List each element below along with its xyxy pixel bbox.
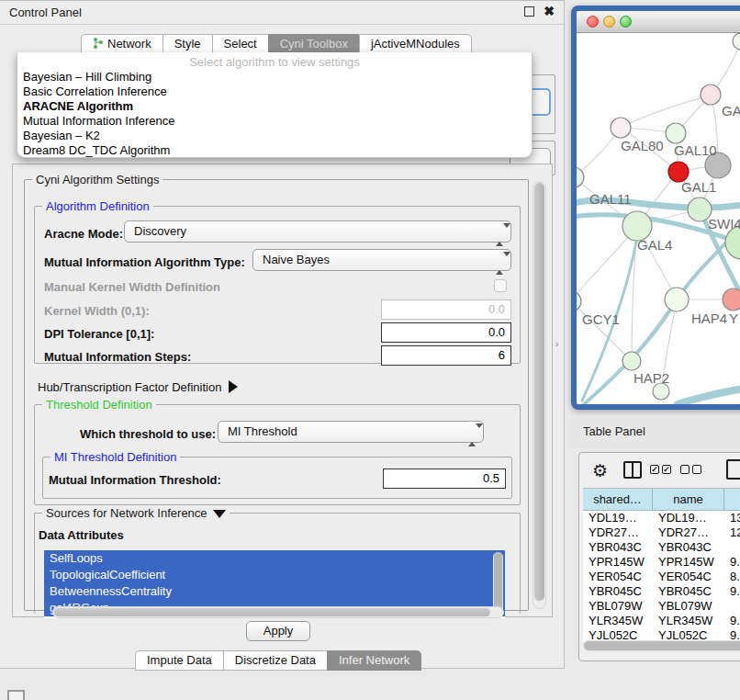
table-row[interactable]: YBL079WYBL079W	[583, 599, 740, 614]
sources-group: Sources for Network Inference Data Attri…	[34, 513, 521, 614]
algorithm-option[interactable]: Mutual Information Inference	[21, 114, 528, 129]
close-icon[interactable]: ✖	[544, 4, 555, 18]
node-table: shared… name A YDL19…YDL19…13 YDR27…YDR2…	[583, 488, 740, 642]
tab-jactivemnodules[interactable]: jActiveMNodules	[359, 34, 472, 54]
select-all-checkboxes-icon[interactable]: ✓✓	[650, 465, 671, 474]
network-window-titlebar	[577, 11, 740, 33]
node-label-gal4: GAL4	[637, 237, 672, 253]
data-attributes-label: Data Attributes	[39, 528, 124, 542]
float-window-icon[interactable]	[524, 6, 534, 17]
table-row[interactable]: YDR27…YDR27…12	[583, 525, 740, 540]
table-panel-title: Table Panel	[583, 424, 645, 438]
mi-threshold-value: 0.5	[483, 471, 499, 485]
attribute-item[interactable]: SelfLoops	[44, 550, 505, 567]
network-icon	[93, 38, 104, 49]
minimize-traffic-light-icon[interactable]	[603, 16, 615, 28]
settings-horizontal-scrollbar[interactable]	[52, 606, 504, 618]
dropdown-prompt: Select algorithm to view settings	[17, 55, 532, 69]
mi-steps-value: 6	[499, 348, 505, 362]
table-toolbar: ⚙ ✓✓	[579, 453, 740, 488]
table-panel-window: ⚙ ✓✓ shared… name A YDL19…YDL19…13 YDR27…	[578, 452, 740, 661]
tab-impute-data[interactable]: Impute Data	[135, 650, 223, 671]
network-canvas[interactable]: GAL GAL80 GAL10 GAL1 GAL11 SWI4 GAL4 GCY…	[577, 33, 740, 404]
mi-steps-label: Mutual Information Steps:	[44, 350, 191, 364]
expander-expanded-icon	[213, 510, 226, 518]
table-document-icon[interactable]	[726, 459, 740, 480]
splitter-mark[interactable]: ›	[555, 339, 558, 349]
cyni-settings-panel: Cyni Algorithm Settings Algorithm Defini…	[12, 164, 553, 617]
split-columns-icon[interactable]	[623, 461, 642, 479]
algorithm-option[interactable]: Bayesian – Hill Climbing	[21, 70, 528, 85]
manual-kernel-label: Manual Kernel Width Definition	[44, 280, 220, 294]
tab-cyni-toolbox-label: Cyni Toolbox	[280, 37, 348, 51]
attribute-list-scrollbar[interactable]	[493, 552, 503, 615]
table-horizontal-scrollbar[interactable]	[583, 640, 740, 651]
partially-visible-icon[interactable]	[7, 690, 25, 700]
node-label-gal11: GAL11	[589, 191, 632, 207]
spinner-arrows-icon	[468, 425, 477, 440]
zoom-traffic-light-icon[interactable]	[620, 16, 632, 28]
algorithm-option-selected[interactable]: ARACNE Algorithm	[21, 99, 528, 114]
table-row[interactable]: YLR345WYLR345W9.	[583, 614, 740, 628]
tab-style-label: Style	[174, 37, 201, 51]
tab-discretize-data[interactable]: Discretize Data	[223, 650, 327, 671]
manual-kernel-checkbox[interactable]	[494, 279, 507, 292]
which-threshold-combobox[interactable]: MI Threshold	[218, 421, 484, 443]
node-label-gal1: GAL1	[681, 179, 716, 195]
tab-cyni-toolbox[interactable]: Cyni Toolbox	[268, 34, 359, 54]
table-header-row: shared… name A	[583, 489, 740, 511]
table-row[interactable]: YER054CYER054C8.	[583, 570, 740, 584]
node-label-y-partial: Y	[729, 310, 738, 326]
bottom-tabbar: Impute Data Discretize Data Infer Networ…	[135, 650, 421, 671]
mi-threshold-group: MI Threshold Definition Mutual Informati…	[42, 457, 512, 499]
table-row[interactable]: YBR045CYBR045C9.	[583, 584, 740, 599]
sources-group-title[interactable]: Sources for Network Inference	[42, 506, 230, 520]
control-panel-tabbar: Network Style Select Cyni Toolbox jActiv…	[81, 34, 472, 54]
panel-title: Control Panel	[9, 6, 82, 19]
column-header-shared-name[interactable]: shared…	[583, 489, 653, 511]
deselect-all-checkboxes-icon[interactable]	[680, 465, 701, 474]
tab-select-label: Select	[224, 37, 257, 51]
table-row[interactable]: YDL19…YDL19…13	[583, 511, 740, 525]
algorithm-option[interactable]: Dream8 DC_TDC Algorithm	[21, 143, 528, 158]
spinner-arrows-icon	[496, 225, 504, 240]
mi-type-combobox[interactable]: Naive Bayes	[252, 249, 511, 271]
gear-icon[interactable]: ⚙	[592, 460, 608, 481]
tab-impute-data-label: Impute Data	[147, 653, 212, 667]
tab-discretize-data-label: Discretize Data	[235, 653, 316, 667]
mi-type-label: Mutual Information Algorithm Type:	[44, 255, 245, 269]
aracne-mode-combobox[interactable]: Discovery	[124, 220, 511, 243]
settings-vertical-scrollbar[interactable]	[533, 181, 546, 609]
algorithm-dropdown-popup: Select algorithm to view settings Bayesi…	[17, 52, 533, 158]
tab-infer-network[interactable]: Infer Network	[327, 650, 421, 671]
network-view-window: GAL GAL80 GAL10 GAL1 GAL11 SWI4 GAL4 GCY…	[571, 6, 740, 410]
attribute-item[interactable]: TopologicalCoefficient	[44, 567, 505, 583]
close-traffic-light-icon[interactable]	[587, 16, 599, 28]
tab-select[interactable]: Select	[212, 34, 268, 54]
tab-infer-network-label: Infer Network	[339, 653, 409, 667]
algorithm-option[interactable]: Bayesian – K2	[21, 129, 528, 143]
tab-style[interactable]: Style	[163, 34, 212, 54]
column-header-partial[interactable]: A	[724, 489, 740, 511]
mi-steps-field[interactable]: 6	[381, 345, 511, 366]
column-header-name[interactable]: name	[653, 489, 724, 511]
tab-network[interactable]: Network	[81, 34, 163, 54]
table-panel-header: Table Panel	[571, 415, 740, 448]
mi-threshold-field[interactable]: 0.5	[383, 469, 506, 489]
dpi-tolerance-field[interactable]: 0.0	[381, 322, 511, 343]
attribute-item[interactable]: BetweennessCentrality	[44, 583, 505, 600]
tab-network-label: Network	[107, 37, 151, 51]
hub-definition-label: Hub/Transcription Factor Definition	[38, 380, 221, 394]
algorithm-option[interactable]: Basic Correlation Inference	[21, 85, 528, 99]
kernel-width-field[interactable]: 0.0	[381, 299, 511, 320]
expander-collapsed-icon	[229, 380, 238, 393]
cyni-algorithm-settings-group: Cyni Algorithm Settings Algorithm Defini…	[24, 179, 529, 611]
apply-button[interactable]: Apply	[246, 621, 310, 641]
algorithm-list: Bayesian – Hill Climbing Basic Correlati…	[21, 70, 528, 158]
cyni-algorithm-settings-title: Cyni Algorithm Settings	[32, 173, 163, 186]
hub-definition-expander[interactable]: Hub/Transcription Factor Definition	[38, 378, 238, 394]
threshold-definition-group: Threshold Definition Which threshold to …	[34, 404, 521, 505]
table-row[interactable]: YBR043CYBR043C	[583, 540, 740, 555]
mi-threshold-group-title: MI Threshold Definition	[50, 450, 180, 464]
table-row[interactable]: YPR145WYPR145W9.	[583, 555, 740, 570]
